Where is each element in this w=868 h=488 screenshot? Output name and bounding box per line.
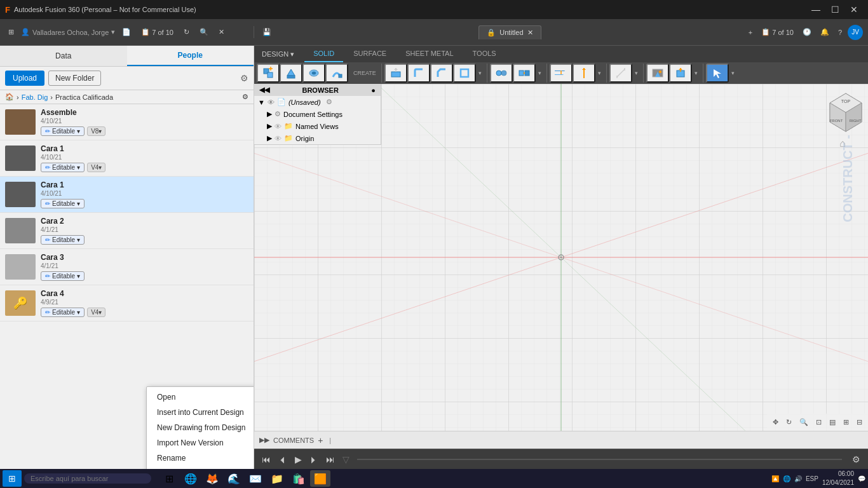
editable-badge-cara1-selected[interactable]: ✏ Editable ▾ (41, 199, 85, 208)
browser-named-views[interactable]: ▶ 👁 📁 Named Views (254, 120, 381, 132)
user-menu-button[interactable]: 👤 Valladares Ochoa, Jorge ▾ (21, 28, 115, 36)
browser-pin-icon[interactable]: ● (371, 86, 376, 94)
insert-image-button[interactable] (646, 64, 669, 83)
editable-badge-cara4[interactable]: ✏ Editable ▾ (41, 308, 85, 317)
taskbar-app-fusion[interactable]: 🟧 (310, 470, 330, 487)
view-cube-settings[interactable]: ⊟ (853, 416, 865, 428)
taskbar-app-mail[interactable]: ✉️ (245, 470, 266, 487)
display-settings[interactable]: ▤ (826, 416, 839, 428)
fit-button[interactable]: ⊡ (813, 416, 825, 428)
comments-expand-icon[interactable]: ▶▶ (259, 436, 269, 444)
ctx-rename[interactable]: Rename (147, 451, 254, 466)
ctx-insert[interactable]: Insert into Current Design (147, 405, 254, 420)
volume-icon[interactable]: 🔊 (794, 475, 802, 482)
timeline-last-button[interactable]: ⏭ (323, 453, 337, 466)
ctx-new-drawing[interactable]: New Drawing from Design (147, 420, 254, 435)
version-badge-cara1-first[interactable]: V4 ▾ (87, 163, 105, 172)
ctx-import-new-version[interactable]: Import New Version (147, 435, 254, 451)
system-tray-up-icon[interactable]: 🔼 (771, 475, 779, 482)
add-comment-button[interactable]: + (318, 435, 323, 445)
ctx-move[interactable]: Move (147, 466, 254, 469)
revolve-button[interactable] (302, 64, 325, 83)
taskbar-app-chrome[interactable]: 🌐 (180, 470, 201, 487)
timeline-track[interactable] (357, 459, 842, 460)
orbit-button[interactable]: ↻ (783, 416, 795, 428)
file-item-cara1-first[interactable]: Cara 1 4/10/21 ✏ Editable ▾ V4 ▾ (0, 140, 254, 177)
editable-badge-cara1-first[interactable]: ✏ Editable ▾ (41, 163, 85, 172)
chamfer-button[interactable] (430, 64, 453, 83)
timeline-prev-button[interactable]: ⏴ (276, 453, 290, 466)
taskbar-search-input[interactable] (24, 473, 151, 484)
taskbar-app-edge[interactable]: 🌊 (224, 470, 244, 487)
origin-eye-icon[interactable]: 👁 (275, 135, 281, 142)
tools-tab[interactable]: TOOLS (464, 46, 505, 62)
breadcrumb-settings-icon[interactable]: ⚙ (242, 93, 248, 101)
tab-doc-count[interactable]: 📋 7 of 10 (758, 26, 797, 38)
clock[interactable]: 06:00 12/04/2021 (822, 470, 854, 487)
file-button[interactable]: 📄 (119, 26, 134, 38)
data-tab[interactable]: Data (0, 46, 127, 66)
fillet-button[interactable] (407, 64, 430, 83)
taskbar-app-explorer[interactable]: 📁 (267, 470, 287, 487)
close-button[interactable]: ✕ (845, 3, 863, 16)
new-tab-button[interactable]: + (745, 27, 756, 38)
press-pull-button[interactable] (384, 64, 407, 83)
apps-grid-button[interactable]: ⊞ (5, 26, 17, 38)
browser-origin[interactable]: ▶ 👁 📁 Origin (254, 132, 381, 144)
axis-button[interactable] (573, 64, 595, 83)
people-tab[interactable]: People (127, 46, 254, 66)
file-item-cara2[interactable]: Cara 2 4/1/21 ✏ Editable ▾ (0, 213, 254, 249)
network-icon[interactable]: 🌐 (783, 475, 790, 482)
file-item-cara3[interactable]: Cara 3 4/1/21 ✏ Editable ▾ (0, 249, 254, 285)
ctx-open[interactable]: Open (147, 390, 254, 405)
timeline-next-button[interactable]: ⏵ (307, 453, 321, 466)
help-button[interactable]: ? (835, 27, 845, 38)
upload-button[interactable]: Upload (5, 71, 44, 86)
taskbar-app-grid[interactable]: ⊞ (159, 470, 179, 487)
select-button[interactable] (706, 64, 729, 83)
doc-settings-arrow-icon[interactable]: ▶ (267, 110, 272, 118)
timeline-filter-icon[interactable]: ▽ (342, 454, 349, 464)
file-item-cara1-selected[interactable]: Cara 1 4/10/21 ✏ Editable ▾ Open Insert … (0, 177, 254, 213)
new-folder-button[interactable]: New Folder (48, 71, 101, 86)
shell-button[interactable] (453, 64, 476, 83)
editable-badge-cara3[interactable]: ✏ Editable ▾ (41, 271, 85, 281)
language-indicator[interactable]: ESP (806, 475, 818, 482)
origin-arrow-icon[interactable]: ▶ (267, 134, 272, 142)
taskbar-app-firefox[interactable]: 🦊 (202, 470, 222, 487)
measure-button[interactable] (609, 64, 632, 83)
settings-icon[interactable]: ⚙ (240, 73, 248, 83)
user-avatar-button[interactable]: JV (848, 25, 863, 40)
history-button[interactable]: 🕐 (799, 26, 815, 38)
refresh-button[interactable]: ↻ (180, 26, 193, 38)
offset-plane-button[interactable] (550, 64, 573, 83)
sweep-button[interactable] (325, 64, 348, 83)
home-icon[interactable]: 🏠 (5, 93, 14, 101)
taskbar-app-store[interactable]: 🛍️ (288, 470, 309, 487)
file-item-cara4[interactable]: 🔑 Cara 4 4/9/21 ✏ Editable ▾ V4 ▾ (0, 285, 254, 322)
new-component-button[interactable] (257, 64, 280, 83)
surface-tab[interactable]: SURFACE (344, 46, 395, 62)
editable-badge-cara2[interactable]: ✏ Editable ▾ (41, 235, 85, 245)
breadcrumb-fabdig[interactable]: Fab. Dig (22, 93, 48, 101)
version-badge-cara4[interactable]: V4 ▾ (87, 308, 105, 317)
timeline-play-button[interactable]: ▶ (292, 453, 304, 466)
notifications-button[interactable]: 🔔 (817, 26, 832, 38)
extrude-button[interactable] (280, 64, 302, 83)
maximize-button[interactable]: ☐ (826, 3, 844, 16)
notification-icon[interactable]: 💬 (858, 475, 865, 482)
browser-root-item[interactable]: ▼ 👁 📄 (Unsaved) ⚙ (254, 96, 381, 108)
insert-svg-button[interactable] (669, 64, 692, 83)
save-button[interactable]: 💾 (259, 26, 275, 38)
named-views-eye-icon[interactable]: 👁 (275, 123, 281, 130)
start-button[interactable]: ⊞ (3, 470, 22, 487)
solid-tab[interactable]: SOLID (304, 46, 343, 62)
browser-doc-settings[interactable]: ▶ ⚙ Document Settings (254, 108, 381, 120)
minimize-button[interactable]: — (807, 3, 825, 16)
rigid-group-button[interactable] (513, 64, 536, 83)
design-dropdown-button[interactable]: DESIGN ▾ (257, 48, 299, 61)
timeline-settings-button[interactable]: ⚙ (850, 453, 863, 466)
root-eye-icon[interactable]: 👁 (268, 98, 275, 106)
search-button[interactable]: 🔍 (196, 26, 212, 38)
timeline-first-button[interactable]: ⏮ (259, 453, 273, 466)
